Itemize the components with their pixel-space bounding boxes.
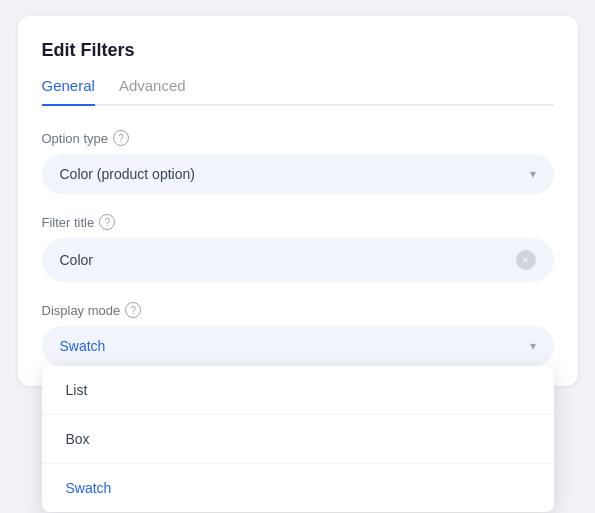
dropdown-item-swatch[interactable]: Swatch: [42, 464, 554, 512]
option-type-label: Option type ?: [42, 130, 554, 146]
filter-title-label: Filter title ?: [42, 214, 554, 230]
option-type-help-icon[interactable]: ?: [113, 130, 129, 146]
option-type-field: Option type ? Color (product option) ▾: [42, 130, 554, 194]
edit-filters-panel: Edit Filters General Advanced Option typ…: [18, 16, 578, 386]
option-type-select[interactable]: Color (product option) ▾: [42, 154, 554, 194]
tab-general[interactable]: General: [42, 77, 95, 106]
panel-title: Edit Filters: [42, 40, 554, 61]
display-mode-dropdown: List Box Swatch: [42, 366, 554, 512]
display-mode-help-icon[interactable]: ?: [125, 302, 141, 318]
filter-title-input[interactable]: Color ×: [42, 238, 554, 282]
tabs-bar: General Advanced: [42, 77, 554, 106]
display-mode-label: Display mode ?: [42, 302, 554, 318]
display-mode-field: Display mode ? Swatch ▾ List Box Swatch: [42, 302, 554, 366]
filter-title-field: Filter title ? Color ×: [42, 214, 554, 282]
dropdown-item-list[interactable]: List: [42, 366, 554, 415]
display-mode-select[interactable]: Swatch ▾: [42, 326, 554, 366]
tab-advanced[interactable]: Advanced: [119, 77, 186, 106]
filter-title-help-icon[interactable]: ?: [99, 214, 115, 230]
clear-icon[interactable]: ×: [516, 250, 536, 270]
dropdown-item-box[interactable]: Box: [42, 415, 554, 464]
display-mode-chevron-icon: ▾: [530, 339, 536, 353]
option-type-chevron-icon: ▾: [530, 167, 536, 181]
